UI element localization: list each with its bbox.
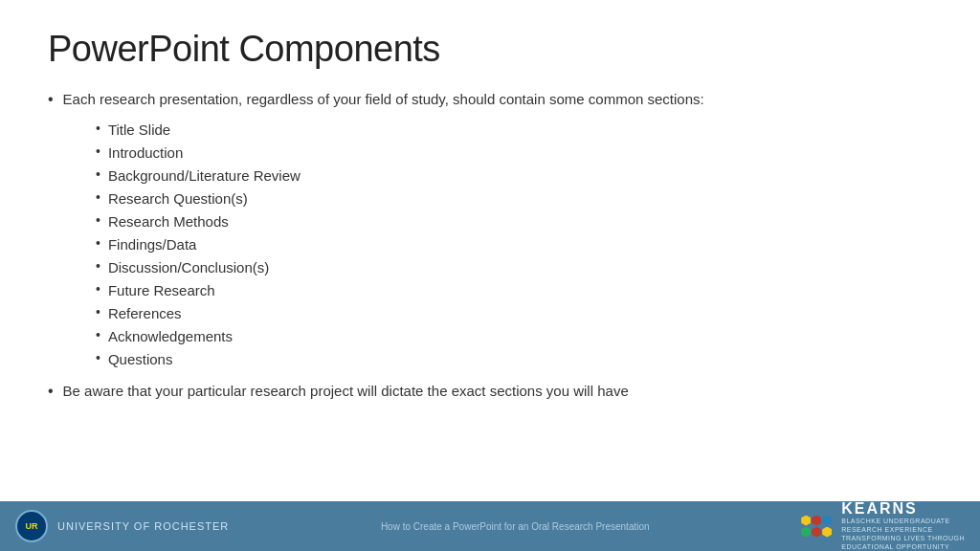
list-item: Discussion/Conclusion(s): [96, 257, 932, 277]
sub-items-list: Title Slide Introduction Background/Lite…: [96, 120, 932, 369]
hex-red-2: [812, 527, 821, 538]
list-item: Findings/Data: [96, 234, 932, 254]
kearns-subtitle-1: BLASCHKE UNDERGRADUATE: [841, 517, 950, 525]
list-item: Introduction: [96, 143, 932, 163]
kearns-logo: KEARNS BLASCHKE UNDERGRADUATE RESEARCH E…: [801, 501, 965, 551]
ur-logo: UR: [15, 510, 48, 542]
kearns-tagline: Transforming lives through: [841, 534, 965, 542]
item-label: Research Methods: [108, 211, 229, 231]
slide-content: PowerPoint Components Each research pres…: [0, 0, 980, 501]
item-label: Acknowledgements: [108, 326, 233, 346]
item-label: Future Research: [108, 280, 215, 300]
list-item: Acknowledgements: [96, 326, 932, 346]
item-label: Findings/Data: [108, 234, 197, 254]
hex-red: [812, 516, 821, 526]
item-label: Title Slide: [108, 120, 170, 140]
kearns-title: KEARNS: [841, 501, 918, 517]
list-item: Background/Literature Review: [96, 165, 932, 186]
list-item: Research Question(s): [96, 188, 932, 209]
item-label: Discussion/Conclusion(s): [108, 257, 269, 277]
university-name: UNIVERSITY of ROCHESTER: [57, 520, 229, 532]
main-list: Each research presentation, regardless o…: [48, 89, 932, 110]
main-list-2: Be aware that your particular research p…: [48, 381, 932, 402]
slide-title: PowerPoint Components: [48, 29, 932, 70]
footer-center-text: How to Create a PowerPoint for an Oral R…: [381, 521, 650, 532]
item-label: Introduction: [108, 143, 183, 163]
footer-center: How to Create a PowerPoint for an Oral R…: [229, 521, 801, 532]
ur-logo-text: UR: [26, 521, 38, 531]
kearns-tagline-2: educational opportunity: [841, 542, 949, 551]
kearns-subtitle-2: RESEARCH EXPERIENCE: [841, 525, 932, 534]
list-item: References: [96, 303, 932, 323]
list-item: Questions: [96, 349, 932, 369]
hex-yellow-2: [822, 527, 832, 538]
list-item: Future Research: [96, 280, 932, 300]
footer-left: UR UNIVERSITY of ROCHESTER: [15, 510, 229, 542]
item-label: References: [108, 303, 182, 323]
item-label: Background/Literature Review: [108, 165, 301, 186]
item-label: Questions: [108, 349, 173, 369]
slide: PowerPoint Components Each research pres…: [0, 0, 980, 551]
main-bullet-2: Be aware that your particular research p…: [48, 381, 932, 402]
main-bullet-1: Each research presentation, regardless o…: [48, 89, 932, 110]
footer-right: KEARNS BLASCHKE UNDERGRADUATE RESEARCH E…: [801, 501, 965, 551]
footer: UR UNIVERSITY of ROCHESTER How to Create…: [0, 501, 980, 551]
hex-blue: [822, 516, 832, 526]
list-item: Title Slide: [96, 120, 932, 140]
kearns-text-block: KEARNS BLASCHKE UNDERGRADUATE RESEARCH E…: [841, 501, 965, 551]
kearns-hexagons: [801, 516, 835, 538]
hex-green: [801, 527, 811, 538]
item-label: Research Question(s): [108, 188, 248, 209]
hex-yellow: [801, 516, 811, 526]
list-item: Research Methods: [96, 211, 932, 231]
